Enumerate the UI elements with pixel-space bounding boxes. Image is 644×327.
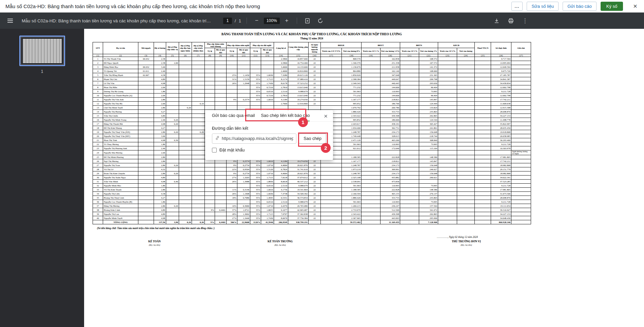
table-cell: 4,89 — [154, 212, 166, 216]
table-cell — [166, 175, 179, 179]
print-icon[interactable] — [506, 16, 516, 26]
table-cell: 2.325.168 — [342, 175, 362, 179]
col-group-uu-dai-nghe: Phụ cấp ưu đãi nghề — [250, 42, 274, 48]
table-cell — [475, 212, 491, 216]
table-cell — [475, 122, 491, 126]
table-cell — [179, 167, 192, 171]
table-cell: 2.160.594 — [342, 191, 362, 196]
viewer-workspace: 1 BẢNG THANH TOÁN TIỀN LƯƠNG VÀ CÁC KHOẢ… — [0, 29, 644, 327]
table-cell — [457, 69, 475, 73]
table-cell — [192, 163, 205, 167]
table-cell — [511, 159, 531, 163]
table-cell — [192, 167, 205, 171]
table-cell: 4,98 — [154, 122, 166, 126]
col-header-cong-tien-luong: Cộng tiền lương, phụ cấp — [288, 42, 309, 54]
table-cell — [205, 85, 215, 89]
table-cell: Nguyễn Thị Liên — [103, 191, 138, 196]
table-cell — [457, 118, 475, 122]
table-cell: 22 — [309, 81, 321, 85]
table-cell — [475, 146, 491, 150]
table-cell: 11.609.638 — [491, 101, 511, 105]
digital-sign-button[interactable]: Ký số — [601, 2, 623, 11]
table-cell — [491, 150, 511, 155]
table-cell: 458.191 — [380, 122, 400, 126]
download-icon[interactable] — [491, 16, 502, 26]
table-cell: 20.621.876 — [288, 163, 309, 167]
table-cell — [166, 105, 179, 109]
table-cell: 1.973.219 — [342, 167, 362, 171]
table-cell — [362, 89, 380, 93]
table-cell — [419, 179, 438, 183]
table-cell: 12 — [93, 101, 103, 105]
table-cell — [457, 81, 475, 85]
table-cell: 443.993 — [380, 216, 400, 220]
table-cell: Hoàng Kim Cảnh — [103, 208, 138, 212]
zoom-out-icon[interactable]: − — [252, 16, 261, 25]
table-cell: 31.741.616 — [288, 167, 309, 171]
more-tools-icon[interactable]: ⋮ — [520, 16, 530, 26]
table-cell: 236.247 — [380, 204, 400, 208]
table-cell: 124.544 — [419, 118, 438, 122]
dialog-close-icon[interactable]: × — [322, 112, 330, 121]
page-thumbnail[interactable] — [19, 36, 65, 66]
signature-title: KẾ TOÁN — [132, 240, 177, 243]
table-cell — [179, 163, 192, 167]
table-cell: 2 — [93, 61, 103, 65]
table-cell: 22 — [309, 187, 321, 191]
table-cell — [192, 65, 205, 69]
table-cell — [400, 167, 419, 171]
set-password-checkbox[interactable]: Đặt mật khẩu — [212, 148, 326, 152]
table-cell: 2,4000 — [274, 69, 288, 73]
table-cell — [362, 126, 380, 130]
table-cell: 22 — [309, 57, 321, 61]
pdf-document-title: Mẫu số C02a-HD: Bảng thanh toán tiền lươ… — [22, 18, 212, 23]
table-row: 30Nguyễn Thị Xuân Ngọc4,8927%1,320335%1,… — [93, 175, 531, 179]
rotate-page-icon[interactable] — [315, 16, 326, 26]
table-cell: 0,7210 — [261, 93, 274, 97]
table-cell — [205, 105, 215, 109]
table-cell — [400, 89, 419, 93]
table-cell: 1.260.215 — [342, 204, 362, 208]
table-cell — [511, 118, 531, 122]
table-cell — [138, 212, 154, 216]
table-cell: 1,6030 — [261, 191, 274, 196]
zoom-in-icon[interactable]: + — [282, 16, 291, 25]
column-number: (8) — [205, 54, 215, 57]
table-cell — [400, 109, 419, 114]
table-cell — [179, 146, 192, 150]
send-report-button[interactable]: Gửi báo cáo — [563, 2, 597, 11]
table-cell — [138, 204, 154, 208]
table-row: 37Đặng Thị Hương2,860,2010%0,306035%1,07… — [93, 204, 531, 208]
table-cell: 0,40 — [166, 179, 179, 183]
table-cell — [511, 196, 531, 200]
table-cell: 133.824 — [419, 105, 438, 109]
tab-copy-link[interactable]: Sao chép liên kết báo cáo — [261, 110, 310, 121]
table-row: 6Phạm Thị Chà4,8931%1,515935%1,71158,117… — [93, 77, 531, 81]
table-cell: 234.173 — [380, 171, 400, 175]
table-cell: 145.847 — [419, 97, 438, 101]
table-cell: 34.841.587 — [491, 77, 511, 81]
report-link-input[interactable]: https://salagovapp.misa.local/v2/signrep… — [212, 134, 296, 144]
link-row: https://salagovapp.misa.local/v2/signrep… — [212, 134, 326, 144]
sidebar-toggle-icon[interactable] — [5, 15, 16, 26]
table-cell — [438, 142, 457, 146]
copy-link-button[interactable]: Sao chép — [299, 134, 326, 144]
table-cell — [400, 155, 419, 159]
table-cell — [438, 138, 457, 142]
table-cell — [261, 57, 274, 61]
table-cell — [192, 187, 205, 191]
table-cell: 995.952 — [342, 101, 362, 105]
page-number-input[interactable]: 1 — [223, 18, 232, 24]
table-cell — [475, 109, 491, 114]
table-cell: 73.995 — [419, 142, 438, 146]
close-window-icon[interactable]: × — [631, 2, 639, 10]
tab-send-email[interactable]: Gửi báo cáo qua email — [212, 110, 255, 121]
table-cell — [138, 109, 154, 114]
table-cell — [438, 81, 457, 85]
edit-data-button[interactable]: Sửa số liệu — [527, 2, 559, 11]
table-cell: 162.140 — [380, 69, 400, 73]
more-options-button[interactable]: ... — [511, 2, 523, 11]
fit-page-icon[interactable] — [303, 16, 313, 26]
table-cell: 0,20 — [166, 204, 179, 208]
table-cell — [321, 97, 342, 101]
